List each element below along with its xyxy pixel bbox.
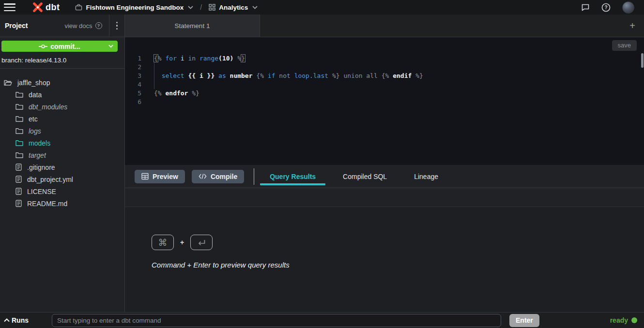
account-switcher[interactable]: Fishtown Engineering Sandbox (75, 4, 193, 11)
indent-guide (154, 63, 154, 89)
tree-item-label: jaffle_shop (17, 79, 50, 87)
compile-button-label: Compile (211, 173, 237, 180)
tree-item-dbt-project-yml[interactable]: dbt_project.yml (0, 173, 124, 185)
line-number: 3 (125, 72, 141, 80)
code-line: 3 select {{ i }} as number {% if not loo… (125, 72, 644, 80)
view-docs-link[interactable]: view docs ? (64, 22, 102, 30)
tree-item-label: models (29, 139, 50, 147)
tree-item-label: data (29, 91, 42, 99)
commit-button[interactable]: commit... (1, 41, 118, 52)
folder-icon (15, 91, 23, 98)
kebab-menu-icon[interactable] (114, 20, 125, 32)
preview-button-label: Preview (153, 173, 178, 180)
divider (109, 15, 109, 37)
results-toolbar: Preview Compile Query ResultsCompiled SQ… (125, 165, 644, 188)
tree-item-label: target (29, 151, 46, 159)
file-icon (15, 200, 22, 207)
enter-key-icon (190, 235, 213, 250)
code-line: 6 (125, 98, 644, 106)
hamburger-menu-icon[interactable] (4, 3, 15, 11)
tree-item-gitignore[interactable]: .gitignore (0, 161, 124, 173)
tab-lineage[interactable]: Lineage (400, 165, 452, 188)
runs-toggle[interactable]: Runs (4, 316, 29, 324)
command-bar: Runs Enter ready (0, 312, 644, 328)
query-results-panel: ⌘ + Command + Enter to preview query res… (125, 207, 644, 312)
tree-item-jaffle-shop[interactable]: jaffle_shop (0, 76, 124, 89)
help-circle-icon: ? (95, 22, 102, 29)
file-icon (15, 176, 22, 183)
line-number: 1 (125, 54, 141, 63)
code-icon (199, 173, 207, 179)
chevron-up-icon (4, 318, 10, 322)
new-tab-button[interactable]: + (621, 15, 644, 37)
save-button[interactable]: save (612, 40, 637, 51)
tree-item-etc[interactable]: etc (0, 113, 124, 125)
folder-icon (15, 104, 23, 110)
folder-icon (15, 116, 23, 122)
code-line: 5{% endfor %} (125, 89, 644, 98)
tab-label: Statement 1 (175, 22, 210, 30)
folder-icon (15, 140, 23, 146)
svg-text:?: ? (604, 5, 607, 10)
tree-item-label: .gitignore (27, 164, 55, 171)
view-docs-label: view docs (64, 22, 92, 30)
plus-separator: + (180, 239, 184, 246)
tree-item-data[interactable]: data (0, 89, 124, 101)
table-icon (141, 173, 149, 180)
command-key-icon: ⌘ (152, 235, 174, 250)
runs-label: Runs (12, 316, 29, 324)
tab-compiled-sql[interactable]: Compiled SQL (329, 165, 400, 188)
preview-button[interactable]: Preview (135, 170, 185, 183)
code-line: 4 (125, 80, 644, 89)
tree-item-label: README.md (27, 200, 67, 208)
compile-button[interactable]: Compile (192, 170, 244, 183)
tab-statement-1[interactable]: Statement 1 (125, 15, 260, 37)
commit-button-label: commit... (50, 43, 80, 50)
chevron-down-icon (252, 6, 258, 9)
enter-button[interactable]: Enter (509, 314, 539, 327)
tree-item-readme-md[interactable]: README.md (0, 197, 124, 209)
branch-label: branch: release/4.13.0 (0, 52, 124, 69)
folder-icon (15, 152, 23, 158)
help-icon[interactable]: ? (601, 3, 611, 12)
code-editor[interactable]: save 1{% for i in range(10) %}23 select … (125, 37, 644, 165)
folder-icon (15, 128, 23, 134)
file-icon (15, 164, 22, 171)
status-indicator: ready (610, 316, 637, 324)
line-number: 4 (125, 80, 141, 89)
project-sidebar: Project view docs ? commit... (0, 15, 125, 312)
git-commit-icon (39, 44, 47, 49)
tree-item-target[interactable]: target (0, 149, 124, 161)
grid-icon (209, 4, 215, 11)
project-switcher[interactable]: Analytics (209, 4, 258, 11)
results-subheader (125, 188, 644, 207)
file-icon (15, 188, 22, 195)
line-number: 2 (125, 63, 141, 72)
tree-item-label: etc (29, 115, 38, 123)
editor-scrollbar[interactable] (641, 53, 644, 68)
breadcrumb-separator: / (200, 3, 202, 11)
top-nav-bar: dbt Fishtown Engineering Sandbox / (0, 0, 644, 15)
code-line: 2 (125, 63, 644, 72)
status-dot-icon (631, 317, 637, 323)
user-avatar[interactable] (622, 1, 634, 14)
tree-item-label: LICENSE (27, 188, 56, 195)
tab-query-results[interactable]: Query Results (256, 165, 329, 188)
line-number: 6 (125, 98, 141, 106)
line-number: 5 (125, 89, 141, 98)
chat-icon[interactable] (581, 3, 590, 12)
tree-item-logs[interactable]: logs (0, 125, 124, 137)
file-tree: jaffle_shopdatadbt_modulesetclogsmodelst… (0, 69, 124, 209)
dbt-command-input[interactable] (52, 314, 501, 327)
tree-item-dbt-modules[interactable]: dbt_modules (0, 101, 124, 113)
tree-item-license[interactable]: LICENSE (0, 185, 124, 197)
sidebar-header: Project view docs ? (0, 15, 124, 37)
project-name: Analytics (219, 4, 248, 11)
code-line: 1{% for i in range(10) %} (125, 54, 644, 63)
tree-item-label: dbt_project.yml (27, 176, 73, 183)
tree-item-models[interactable]: models (0, 137, 124, 149)
tree-item-label: dbt_modules (29, 103, 67, 111)
chevron-down-icon[interactable] (108, 45, 113, 48)
code-lines: 1{% for i in range(10) %}23 select {{ i … (125, 37, 644, 106)
empty-state-hint: Command + Enter to preview query results (152, 261, 644, 269)
